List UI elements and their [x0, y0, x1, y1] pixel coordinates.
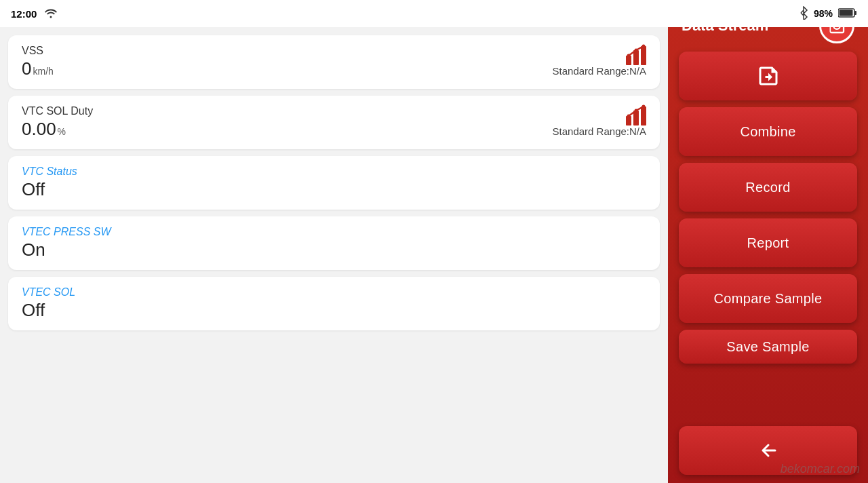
combine-button[interactable]: Combine — [679, 107, 857, 156]
svg-rect-11 — [641, 107, 646, 125]
card-label-vtec-press-sw: VTEC PRESS SW — [22, 226, 646, 238]
svg-point-13 — [635, 109, 638, 113]
wifi-icon — [43, 7, 58, 20]
card-label-vtc-sol-duty: VTC SOL Duty — [22, 105, 646, 117]
card-label-vss: VSS — [22, 45, 646, 57]
svg-point-14 — [642, 105, 646, 109]
svg-point-12 — [627, 115, 631, 118]
card-value-vtc-status: Off — [22, 179, 646, 200]
data-card-vtc-status: VTC Status Off — [8, 156, 660, 210]
battery-icon — [838, 7, 857, 20]
export-button[interactable] — [679, 52, 857, 100]
record-button[interactable]: Record — [679, 163, 857, 212]
svg-point-6 — [627, 54, 631, 58]
svg-rect-1 — [854, 11, 856, 15]
svg-rect-2 — [840, 9, 853, 16]
card-value-row-vss: 0km/h Standard Range:N/A — [22, 58, 646, 79]
svg-point-7 — [635, 49, 638, 52]
bt-icon — [799, 6, 808, 22]
chart-icon-vtc-sol-duty[interactable] — [625, 104, 650, 130]
data-card-vtec-sol: VTEC SOL Off — [8, 277, 660, 330]
status-left: 12:00 — [11, 7, 58, 20]
report-button[interactable]: Report — [679, 218, 857, 267]
battery-percent: 98% — [814, 8, 833, 19]
time-display: 12:00 — [11, 8, 37, 20]
svg-rect-5 — [641, 46, 646, 65]
watermark: bekomcar.com — [781, 462, 860, 476]
status-right: 98% — [799, 6, 857, 22]
card-value-vtec-sol: Off — [22, 300, 646, 321]
save-sample-button[interactable]: Save Sample — [679, 330, 857, 364]
card-label-vtc-status: VTC Status — [22, 166, 646, 178]
card-value-vss: 0km/h — [22, 58, 54, 79]
card-value-vtec-press-sw: On — [22, 239, 646, 260]
svg-point-8 — [642, 45, 646, 48]
data-card-vtc-sol-duty: VTC SOL Duty 0.00% Standard Range:N/A — [8, 96, 660, 149]
main-content-area: VSS 0km/h Standard Range:N/A VTC SOL Dut… — [0, 27, 668, 483]
status-bar: 12:00 98% — [0, 0, 868, 27]
card-value-row-vtc-sol-duty: 0.00% Standard Range:N/A — [22, 119, 646, 140]
chart-icon-vss[interactable] — [625, 43, 650, 69]
card-value-vtc-sol-duty: 0.00% — [22, 119, 66, 140]
compare-sample-button[interactable]: Compare Sample — [679, 274, 857, 323]
data-card-vtec-press-sw: VTEC PRESS SW On — [8, 216, 660, 270]
data-card-vss: VSS 0km/h Standard Range:N/A — [8, 35, 660, 89]
sidebar: Data Stream Combine Record Report Compar… — [668, 0, 868, 483]
card-label-vtec-sol: VTEC SOL — [22, 286, 646, 298]
